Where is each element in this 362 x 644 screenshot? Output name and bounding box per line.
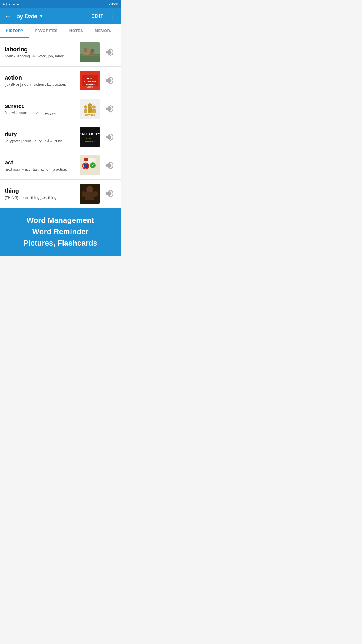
speaker-icon	[105, 160, 115, 170]
svg-point-15	[88, 103, 92, 107]
svg-rect-21	[80, 127, 100, 147]
svg-text:HOW: HOW	[87, 78, 92, 80]
word-info: action ['akSHən] noun - action عمل: acti…	[5, 74, 76, 87]
top-navigation-bar: ← by Date ▼ EDIT ⋮	[0, 8, 121, 24]
thumbnail-image: SERVICE	[80, 99, 100, 119]
svg-rect-18	[88, 107, 92, 113]
speaker-icon	[105, 76, 115, 85]
word-title: service	[5, 103, 76, 109]
list-item[interactable]: service ['sərvis] noun - service سرویس: …	[0, 95, 121, 123]
svg-text:✓: ✓	[91, 163, 94, 167]
status-bar: ● ↓ ▲ ▲ ▲ 20:20	[0, 0, 121, 8]
sort-title: by Date	[16, 13, 37, 20]
word-description: noun - laboring کار: work, job, labor,	[5, 54, 76, 58]
word-description: ['akSHən] noun - action عمل: action,	[5, 82, 76, 87]
svg-text:INFINITE: INFINITE	[85, 138, 94, 140]
word-thumbnail: SERVICE	[80, 99, 100, 119]
word-info: thing [THiNG] noun - thing چیز: thing,	[5, 188, 76, 200]
speaker-icon	[105, 132, 115, 142]
svg-rect-17	[84, 109, 87, 113]
tab-memory[interactable]: MEMOR…	[89, 24, 120, 38]
word-title: laboring	[5, 46, 76, 53]
sound-button[interactable]	[103, 102, 116, 115]
list-item[interactable]: thing [THiNG] noun - thing چیز: thing,	[0, 180, 121, 208]
list-item[interactable]: duty ['d(y)o͞otē] noun - duty وظیفه: dut…	[0, 123, 121, 151]
sound-button[interactable]	[103, 159, 116, 172]
word-description: ['sərvis] noun - service سرویس:	[5, 111, 76, 115]
svg-point-39	[93, 191, 98, 197]
svg-text:ACTION FOR: ACTION FOR	[83, 80, 96, 83]
svg-text:WORKS: WORKS	[87, 86, 93, 88]
sound-button[interactable]	[103, 74, 116, 87]
status-icons: ● ↓ ▲ ▲ ▲	[3, 2, 20, 6]
svg-point-36	[86, 186, 93, 193]
thumbnail-image	[80, 42, 100, 62]
more-options-button[interactable]: ⋮	[110, 13, 116, 20]
word-info: laboring noun - laboring کار: work, job,…	[5, 46, 76, 58]
list-item[interactable]: action ['akSHən] noun - action عمل: acti…	[0, 66, 121, 95]
svg-rect-37	[85, 192, 94, 200]
word-thumbnail	[80, 42, 100, 62]
svg-point-16	[92, 105, 96, 109]
sound-button[interactable]	[103, 131, 116, 144]
sound-button[interactable]	[103, 187, 116, 200]
word-thumbnail: ✓	[80, 155, 100, 175]
speaker-icon	[105, 189, 115, 199]
word-info: act [akt] noun - act عمل: action, practi…	[5, 159, 76, 172]
thumbnail-image: ✓	[80, 155, 100, 175]
speaker-icon	[105, 47, 115, 57]
thumbnail-image: HOW ACTION FOR CHILDREN WORKS	[80, 71, 100, 90]
svg-point-38	[82, 191, 86, 197]
word-title: duty	[5, 131, 76, 138]
svg-rect-4	[80, 55, 100, 56]
word-thumbnail	[80, 184, 100, 204]
word-title: action	[5, 74, 76, 81]
svg-text:SERVICE: SERVICE	[85, 114, 95, 116]
tab-favorites[interactable]: FAVORITES	[29, 24, 64, 38]
back-button[interactable]: ←	[5, 12, 12, 20]
thumbnail-image	[80, 184, 100, 204]
svg-text:CHILDREN: CHILDREN	[85, 83, 95, 85]
word-thumbnail: CALL✦DUTY INFINITE WARFARE	[80, 127, 100, 147]
word-list: laboring noun - laboring کار: work, job,…	[0, 38, 121, 208]
svg-rect-19	[92, 109, 96, 113]
chevron-down-icon: ▼	[39, 14, 43, 19]
tab-notes[interactable]: NOTES	[64, 24, 89, 38]
word-description: [THiNG] noun - thing چیز: thing,	[5, 195, 76, 200]
word-title: thing	[5, 188, 76, 194]
footer-banner: Word Management Word Reminder Pictures, …	[0, 208, 121, 256]
word-thumbnail: HOW ACTION FOR CHILDREN WORKS	[80, 71, 100, 90]
svg-point-14	[84, 105, 87, 109]
footer-line-1: Word Management	[5, 215, 116, 226]
word-description: [akt] noun - act عمل: action, practice,	[5, 167, 76, 172]
list-item[interactable]: laboring noun - laboring کار: work, job,…	[0, 38, 121, 66]
edit-button[interactable]: EDIT	[91, 13, 104, 19]
tab-history[interactable]: HISTORY	[0, 24, 29, 38]
sound-button[interactable]	[103, 46, 116, 59]
word-title: act	[5, 159, 76, 166]
sort-dropdown[interactable]: by Date ▼	[16, 13, 91, 20]
status-time: 20:20	[109, 2, 118, 6]
word-info: service ['sərvis] noun - service سرویس:	[5, 103, 76, 115]
list-item[interactable]: act [akt] noun - act عمل: action, practi…	[0, 151, 121, 180]
svg-rect-3	[84, 48, 87, 52]
tabs-bar: HISTORY FAVORITES NOTES MEMOR…	[0, 24, 121, 38]
svg-text:WARFARE: WARFARE	[85, 141, 95, 143]
footer-line-2: Word Reminder	[5, 226, 116, 237]
speaker-icon	[105, 104, 115, 114]
top-bar-actions: EDIT ⋮	[91, 13, 116, 20]
thumbnail-image: CALL✦DUTY INFINITE WARFARE	[80, 127, 100, 147]
word-description: ['d(y)o͞otē] noun - duty وظیفه: duty,	[5, 139, 76, 143]
svg-rect-6	[91, 49, 94, 52]
svg-text:CALL✦DUTY: CALL✦DUTY	[80, 133, 100, 136]
footer-line-3: Pictures, Flashcards	[5, 237, 116, 249]
word-info: duty ['d(y)o͞otē] noun - duty وظیفه: dut…	[5, 131, 76, 143]
